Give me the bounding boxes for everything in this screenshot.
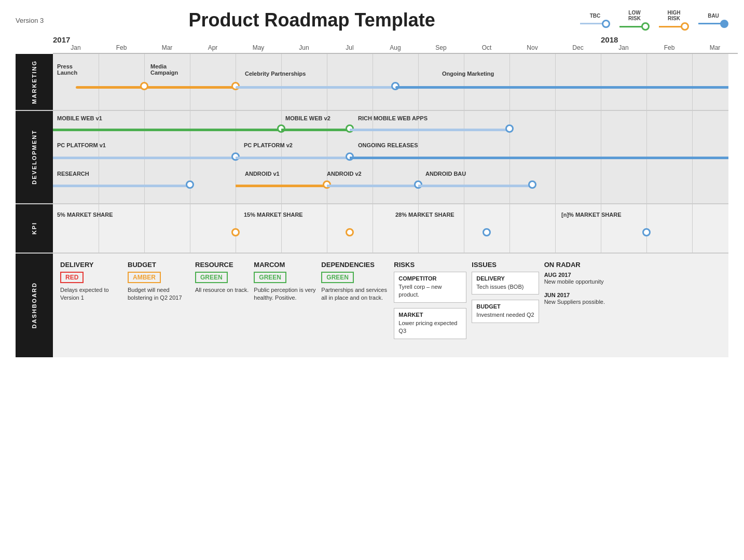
month-may17: May: [236, 44, 281, 51]
legend-low-risk: LOWRISK: [619, 10, 650, 31]
dashboard-risks-box1-text: Tyrell corp – new product.: [398, 283, 462, 299]
dashboard-budget-text: Budget will need bolstering in Q2 2017: [128, 286, 190, 302]
dev-research-label: RESEARCH: [57, 171, 89, 177]
dashboard-risks-box2-text: Lower pricing expected Q3: [398, 319, 462, 335]
dev-research-milestone: [186, 180, 194, 189]
dashboard-budget-badge: AMBER: [128, 272, 161, 283]
development-section: DEVELOPMENT MOBILE WEB v1: [16, 111, 728, 204]
dashboard-delivery-badge: RED: [60, 272, 84, 283]
dashboard-marcom-title: MARCOM: [254, 261, 316, 269]
marketing-ongoing-label: Ongoing Marketing: [442, 71, 494, 77]
dashboard-issues-box2-title: BUDGET: [476, 303, 534, 310]
dev-android-bau-label: ANDROID BAU: [425, 171, 466, 177]
marketing-content: PressLaunch MediaCampaign Celebrity Part…: [53, 54, 728, 110]
kpi-milestone-1: [231, 228, 240, 236]
dev-android-v1-bar: [236, 185, 327, 187]
dashboard-radar-item-2: JUN 2017 New Suppliers possible.: [544, 292, 612, 306]
marketing-orange-bar: [76, 86, 236, 89]
month-jan17: Jan: [53, 44, 99, 51]
dev-mobile-web-v2-bar: [281, 129, 350, 131]
kpi-15pct-label: 15% MARKET SHARE: [244, 212, 303, 218]
month-apr17: Apr: [190, 44, 236, 51]
month-dec17: Dec: [555, 44, 601, 51]
dashboard-resource-title: RESOURCE: [195, 261, 249, 269]
months-row: Jan Feb Mar Apr May Jun Jul Aug Sep Oct …: [53, 44, 738, 54]
dev-rich-mobile-bar: [350, 129, 509, 131]
dev-pc-v2-label: PC PLATFORM v2: [244, 142, 293, 148]
dashboard-radar-date-2: JUN 2017: [544, 292, 612, 298]
dashboard-delivery-title: DELIVERY: [60, 261, 122, 269]
legend-low-risk-line: [619, 22, 650, 31]
marketing-media-campaign-label: MediaCampaign: [150, 63, 178, 76]
dashboard-dependencies-title: DEPENDENCIES: [321, 261, 389, 269]
dashboard-radar-text-2: New Suppliers possible.: [544, 298, 612, 306]
legend-high-risk: HIGHRISK: [659, 10, 689, 31]
dashboard-marcom-text: Public perception is very healthy. Posit…: [254, 286, 316, 302]
development-label: DEVELOPMENT: [31, 130, 37, 185]
kpi-milestone-2: [346, 228, 354, 236]
dashboard-risks-box-1: COMPETITOR Tyrell corp – new product.: [394, 272, 466, 303]
month-sep17: Sep: [418, 44, 464, 51]
month-jul17: Jul: [327, 44, 373, 51]
legend: TBC LOWRISK HIGHRISK: [580, 10, 728, 31]
marketing-label-wrap: MARKETING: [16, 54, 53, 110]
dashboard-risks-col: RISKS COMPETITOR Tyrell corp – new produ…: [394, 261, 466, 339]
dashboard-resource-text: All resource on track.: [195, 286, 249, 294]
dashboard-risks-box-2: MARKET Lower pricing expected Q3: [394, 308, 466, 339]
month-mar18: Mar: [692, 44, 738, 51]
marketing-press-launch-label: PressLaunch: [57, 63, 77, 76]
dev-research-bar: [53, 185, 190, 187]
dashboard-marcom-badge: GREEN: [254, 272, 286, 283]
legend-tbc: TBC: [580, 13, 610, 28]
month-oct17: Oct: [464, 44, 509, 51]
dashboard-delivery-col: DELIVERY RED Delays expected to Version …: [60, 261, 122, 302]
dashboard-radar-item-1: AUG 2017 New mobile opportunity: [544, 272, 612, 286]
legend-tbc-line: [580, 20, 610, 28]
dev-rich-mobile-milestone: [505, 124, 514, 133]
dashboard-section: DASHBOARD DELIVERY RED Delays expected t…: [16, 254, 728, 357]
dashboard-issues-box1-title: DELIVERY: [476, 275, 534, 282]
development-label-wrap: DEVELOPMENT: [16, 111, 53, 203]
dashboard-issues-col: ISSUES DELIVERY Tech issues (BOB) BUDGET…: [472, 261, 539, 323]
dev-android-v2-bar: [327, 185, 418, 187]
legend-bau-line: [698, 20, 728, 28]
page: Version 3 Product Roadmap Template TBC L…: [0, 0, 744, 560]
legend-high-risk-label: HIGHRISK: [668, 10, 681, 21]
years-row: 2017 2018: [53, 35, 738, 44]
marketing-light-blue-bar: [236, 86, 395, 89]
dev-pc-v1-bar: [53, 157, 236, 159]
dashboard-label: DASHBOARD: [31, 282, 37, 329]
marketing-blue-bar: [395, 86, 728, 89]
dashboard-budget-title: BUDGET: [128, 261, 190, 269]
dashboard-risks-title: RISKS: [394, 261, 466, 269]
legend-bau-label: BAU: [708, 13, 719, 19]
dashboard-delivery-text: Delays expected to Version 1: [60, 286, 122, 302]
timeline-header: 2017 2018 Jan Feb Mar Apr May Jun Jul Au…: [53, 35, 728, 54]
dev-android-v1-label: ANDROID v1: [245, 171, 280, 177]
legend-bau: BAU: [698, 13, 728, 28]
kpi-28pct-label: 28% MARKET SHARE: [395, 212, 454, 218]
kpi-content: 5% MARKET SHARE 15% MARKET SHARE 28% MAR…: [53, 204, 728, 253]
dev-android-v2-label: ANDROID v2: [327, 171, 362, 177]
kpi-milestone-3: [483, 228, 491, 236]
dashboard-budget-col: BUDGET AMBER Budget will need bolstering…: [128, 261, 190, 302]
month-jun17: Jun: [281, 44, 327, 51]
month-aug17: Aug: [373, 44, 418, 51]
dev-android-bau-bar: [418, 185, 532, 187]
dev-pc-v2-bar: [236, 157, 350, 159]
dev-mobile-web-v2-label: MOBILE WEB v2: [285, 115, 330, 121]
month-feb18: Feb: [646, 44, 692, 51]
dashboard-dependencies-col: DEPENDENCIES GREEN Partnerships and serv…: [321, 261, 389, 302]
month-jan18: Jan: [601, 44, 646, 51]
header: Version 3 Product Roadmap Template TBC L…: [16, 9, 728, 31]
year-2017: 2017: [53, 35, 601, 44]
month-feb17: Feb: [99, 44, 144, 51]
dev-rich-mobile-label: RICH MOBILE WEB APPS: [358, 115, 428, 121]
version-label: Version 3: [16, 17, 44, 24]
dashboard-marcom-col: MARCOM GREEN Public perception is very h…: [254, 261, 316, 302]
kpi-5pct-label: 5% MARKET SHARE: [57, 212, 113, 218]
marketing-milestone-1: [140, 82, 148, 90]
dev-android-bau-milestone: [528, 180, 536, 189]
legend-tbc-label: TBC: [590, 13, 601, 19]
kpi-label: KPI: [31, 222, 37, 234]
